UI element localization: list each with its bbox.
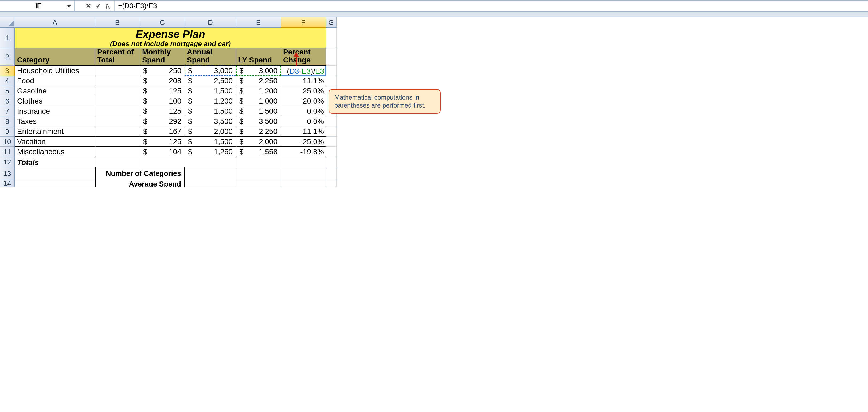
cell-E14[interactable] <box>236 180 281 187</box>
cell-B3[interactable] <box>95 66 140 76</box>
cell-F4[interactable]: 11.1% <box>281 76 326 86</box>
cell-G12[interactable] <box>326 157 337 167</box>
cell-E7[interactable]: $1,500 <box>236 106 281 116</box>
rowhead-5[interactable]: 5 <box>0 86 15 96</box>
cell-G13[interactable] <box>326 167 337 180</box>
cell-C9[interactable]: $167 <box>140 127 185 137</box>
cell-E9[interactable]: $2,250 <box>236 127 281 137</box>
cell-G3[interactable] <box>326 66 337 76</box>
cell-B10[interactable] <box>95 137 140 147</box>
cell-G5[interactable] <box>326 86 337 96</box>
cell-E8[interactable]: $3,500 <box>236 116 281 127</box>
cell-G10[interactable] <box>326 137 337 147</box>
cell-C11[interactable]: $104 <box>140 147 185 157</box>
spreadsheet[interactable]: Expense Plan (Does not include mortgage … <box>0 17 868 187</box>
colhead-F[interactable]: F <box>281 17 326 28</box>
cancel-formula-icon[interactable]: ✕ <box>86 2 91 10</box>
name-box-dropdown-icon[interactable] <box>66 3 72 9</box>
cell-D5[interactable]: $1,500 <box>185 86 236 96</box>
cell-C6[interactable]: $100 <box>140 96 185 106</box>
colhead-partial[interactable]: G <box>326 17 337 28</box>
cell-G7[interactable] <box>326 106 337 116</box>
cell-B8[interactable] <box>95 116 140 127</box>
cell-D11[interactable]: $1,250 <box>185 147 236 157</box>
summary-avg-spend[interactable]: Average Spend <box>95 180 185 187</box>
cell-C4[interactable]: $208 <box>140 76 185 86</box>
cell-G14[interactable] <box>326 180 337 187</box>
cell-C10[interactable]: $125 <box>140 137 185 147</box>
cell-A6[interactable]: Clothes <box>15 96 95 106</box>
cell-F7[interactable]: 0.0% <box>281 106 326 116</box>
cell-G9[interactable] <box>326 127 337 137</box>
header-annual[interactable]: Annual Spend <box>185 48 236 66</box>
rowhead-1[interactable]: 1 <box>0 28 15 48</box>
cell-D7[interactable]: $1,500 <box>185 106 236 116</box>
cell-C8[interactable]: $292 <box>140 116 185 127</box>
insert-function-icon[interactable]: fx <box>106 1 110 10</box>
cell-D8[interactable]: $3,500 <box>185 116 236 127</box>
cell-A3[interactable]: Household Utilities <box>15 66 95 76</box>
cell-A5[interactable]: Gasoline <box>15 86 95 96</box>
colhead-C[interactable]: C <box>140 17 185 28</box>
cell-F8[interactable]: 0.0% <box>281 116 326 127</box>
cell-F3-editing[interactable]: =(D3-E3)/E3 <box>281 66 326 76</box>
colhead-D[interactable]: D <box>185 17 236 28</box>
rowhead-4[interactable]: 4 <box>0 76 15 86</box>
totals-b[interactable] <box>95 157 140 167</box>
header-ly[interactable]: LY Spend <box>236 48 281 66</box>
totals-c[interactable] <box>140 157 185 167</box>
cell-D3[interactable]: $3,000 <box>185 66 236 76</box>
cell-F9[interactable]: -11.1% <box>281 127 326 137</box>
cell-A11[interactable]: Miscellaneous <box>15 147 95 157</box>
cell-D10[interactable]: $1,500 <box>185 137 236 147</box>
rowhead-7[interactable]: 7 <box>0 106 15 116</box>
cell-D6[interactable]: $1,200 <box>185 96 236 106</box>
rowhead-6[interactable]: 6 <box>0 96 15 106</box>
colhead-A[interactable]: A <box>15 17 95 28</box>
cell-B4[interactable] <box>95 76 140 86</box>
cell-G1[interactable] <box>326 28 337 48</box>
header-percent-total[interactable]: Percent of Total <box>95 48 140 66</box>
cell-B7[interactable] <box>95 106 140 116</box>
cell-G6[interactable] <box>326 96 337 106</box>
cell-C5[interactable]: $125 <box>140 86 185 96</box>
header-pctchange[interactable]: Percent Change <box>281 48 326 66</box>
name-box[interactable]: IF <box>11 2 66 10</box>
summary-avg-spend-val[interactable] <box>185 180 236 187</box>
cell-A9[interactable]: Entertainment <box>15 127 95 137</box>
cell-E6[interactable]: $1,000 <box>236 96 281 106</box>
summary-num-categories-val[interactable] <box>185 167 236 180</box>
cell-E13[interactable] <box>236 167 281 180</box>
cell-A13[interactable] <box>15 167 95 180</box>
colhead-B[interactable]: B <box>95 17 140 28</box>
cell-A10[interactable]: Vacation <box>15 137 95 147</box>
cell-B11[interactable] <box>95 147 140 157</box>
rowhead-8[interactable]: 8 <box>0 116 15 127</box>
summary-num-categories[interactable]: Number of Categories <box>95 167 185 180</box>
totals-d[interactable] <box>185 157 236 167</box>
cell-D9[interactable]: $2,000 <box>185 127 236 137</box>
cell-F10[interactable]: -25.0% <box>281 137 326 147</box>
select-all-corner[interactable] <box>0 17 15 28</box>
rowhead-3[interactable]: 3 <box>0 66 15 76</box>
rowhead-2[interactable]: 2 <box>0 48 15 66</box>
enter-formula-icon[interactable]: ✓ <box>96 2 101 10</box>
cell-B6[interactable] <box>95 96 140 106</box>
cell-B9[interactable] <box>95 127 140 137</box>
totals-f[interactable] <box>281 157 326 167</box>
cell-G2[interactable] <box>326 48 337 66</box>
cell-E5[interactable]: $1,200 <box>236 86 281 96</box>
cell-F5[interactable]: 25.0% <box>281 86 326 96</box>
rowhead-9[interactable]: 9 <box>0 127 15 137</box>
cell-G4[interactable] <box>326 76 337 86</box>
cell-F11[interactable]: -19.8% <box>281 147 326 157</box>
rowhead-14[interactable]: 14 <box>0 180 15 187</box>
cell-A7[interactable]: Insurance <box>15 106 95 116</box>
cell-G8[interactable] <box>326 116 337 127</box>
rowhead-13[interactable]: 13 <box>0 167 15 180</box>
rowhead-10[interactable]: 10 <box>0 137 15 147</box>
header-monthly[interactable]: Monthly Spend <box>140 48 185 66</box>
cell-E10[interactable]: $2,000 <box>236 137 281 147</box>
cell-E4[interactable]: $2,250 <box>236 76 281 86</box>
cell-G11[interactable] <box>326 147 337 157</box>
